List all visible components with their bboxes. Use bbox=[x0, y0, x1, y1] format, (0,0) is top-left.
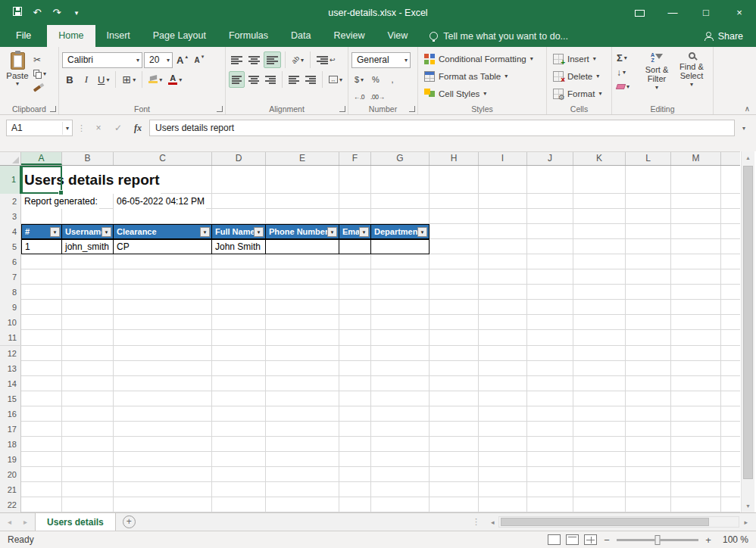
close-button[interactable]: × bbox=[723, 0, 756, 25]
row-header-10[interactable]: 10 bbox=[0, 315, 21, 330]
row-header-8[interactable]: 8 bbox=[0, 285, 21, 300]
row-header-14[interactable]: 14 bbox=[0, 376, 21, 391]
cell-F5[interactable] bbox=[339, 239, 371, 254]
expand-formula-bar-button[interactable]: ▾ bbox=[738, 125, 750, 132]
increase-font-button[interactable]: A▴ bbox=[174, 51, 190, 68]
format-as-table-button[interactable]: Format as Table▾ bbox=[421, 67, 543, 85]
minimize-button[interactable]: — bbox=[656, 0, 689, 25]
delete-cells-button[interactable]: ×Delete▾ bbox=[550, 67, 608, 85]
row-header-20[interactable]: 20 bbox=[0, 467, 21, 482]
accounting-format-button[interactable]: $▾ bbox=[351, 71, 367, 88]
column-header-F[interactable]: F bbox=[339, 152, 371, 165]
row-header-22[interactable]: 22 bbox=[0, 497, 21, 512]
share-button[interactable]: Share bbox=[691, 25, 756, 47]
font-color-button[interactable]: A▾ bbox=[166, 71, 184, 88]
row-header-11[interactable]: 11 bbox=[0, 330, 21, 345]
tab-data[interactable]: Data bbox=[280, 25, 322, 47]
page-layout-view-button[interactable] bbox=[566, 534, 579, 545]
align-top-button[interactable] bbox=[229, 51, 245, 68]
cell-A1[interactable]: Users details report bbox=[21, 166, 161, 194]
save-button[interactable] bbox=[8, 7, 27, 18]
column-header-K[interactable]: K bbox=[573, 152, 626, 165]
font-dialog-launcher[interactable] bbox=[217, 106, 223, 112]
percent-style-button[interactable]: % bbox=[368, 71, 383, 88]
column-header-A[interactable]: A bbox=[21, 152, 62, 165]
scroll-up-button[interactable]: ▲ bbox=[742, 151, 754, 164]
row-header-9[interactable]: 9 bbox=[0, 300, 21, 315]
sheet-tab-users-details[interactable]: Users details bbox=[35, 513, 116, 531]
ribbon-display-options-button[interactable] bbox=[623, 0, 656, 25]
filter-button-E[interactable]: ▼ bbox=[327, 227, 337, 237]
format-cells-button[interactable]: ⚙Format▾ bbox=[550, 85, 608, 102]
find-select-button[interactable]: Find & Select ▾ bbox=[674, 50, 709, 102]
table-header-A4[interactable]: #▼ bbox=[21, 224, 62, 239]
tab-file[interactable]: File bbox=[0, 25, 47, 47]
row-header-2[interactable]: 2 bbox=[0, 194, 21, 209]
zoom-level[interactable]: 100 % bbox=[718, 534, 748, 545]
vertical-scroll-thumb[interactable] bbox=[743, 166, 753, 479]
name-box[interactable]: A1▾ bbox=[6, 120, 73, 136]
column-header-L[interactable]: L bbox=[626, 152, 671, 165]
sort-filter-button[interactable]: AZ Sort & Filter ▾ bbox=[639, 50, 674, 102]
row-header-21[interactable]: 21 bbox=[0, 482, 21, 497]
row-header-7[interactable]: 7 bbox=[0, 269, 21, 285]
table-header-E4[interactable]: Phone Number▼ bbox=[266, 224, 339, 239]
cell-A5[interactable]: 1 bbox=[21, 239, 62, 254]
align-center-button[interactable] bbox=[246, 71, 261, 88]
column-header-H[interactable]: H bbox=[430, 152, 479, 165]
bold-button[interactable]: B bbox=[62, 71, 77, 88]
tab-review[interactable]: Review bbox=[322, 25, 376, 47]
column-header-M[interactable]: M bbox=[671, 152, 721, 165]
decrease-font-button[interactable]: A▾ bbox=[192, 51, 207, 68]
qat-customize-button[interactable]: ▾ bbox=[67, 9, 86, 17]
cell-D5[interactable]: John Smith bbox=[212, 239, 266, 254]
redo-button[interactable]: ↷ bbox=[47, 7, 67, 18]
align-right-button[interactable] bbox=[263, 71, 278, 88]
paste-caret-icon[interactable]: ▾ bbox=[16, 80, 19, 87]
scroll-right-button[interactable]: ▸ bbox=[742, 518, 750, 526]
row-header-6[interactable]: 6 bbox=[0, 254, 21, 269]
align-left-button[interactable] bbox=[229, 71, 245, 88]
column-header-C[interactable]: C bbox=[114, 152, 212, 165]
filter-button-D[interactable]: ▼ bbox=[254, 227, 264, 237]
filter-button-F[interactable]: ▼ bbox=[359, 227, 369, 237]
number-format-select[interactable]: General▾ bbox=[351, 52, 411, 68]
horizontal-scroll-track[interactable] bbox=[498, 516, 739, 528]
tab-insert[interactable]: Insert bbox=[95, 25, 142, 47]
decrease-indent-button[interactable] bbox=[286, 71, 301, 88]
increase-decimal-button[interactable]: ←.0 bbox=[351, 89, 367, 105]
column-header-I[interactable]: I bbox=[479, 152, 527, 165]
column-header-D[interactable]: D bbox=[212, 152, 266, 165]
row-header-5[interactable]: 5 bbox=[0, 239, 21, 254]
normal-view-button[interactable] bbox=[548, 534, 561, 545]
row-header-17[interactable]: 17 bbox=[0, 422, 21, 437]
align-middle-button[interactable] bbox=[246, 51, 262, 68]
row-header-13[interactable]: 13 bbox=[0, 361, 21, 376]
table-header-B4[interactable]: Username▼ bbox=[62, 224, 114, 239]
table-header-G4[interactable]: Department▼ bbox=[371, 224, 430, 239]
cell-C5[interactable]: CP bbox=[114, 239, 212, 254]
filter-button-G[interactable]: ▼ bbox=[417, 227, 427, 237]
cell-B5[interactable]: john_smith bbox=[62, 239, 114, 254]
tab-view[interactable]: View bbox=[376, 25, 419, 47]
column-header-E[interactable]: E bbox=[266, 152, 339, 165]
filter-button-B[interactable]: ▼ bbox=[102, 227, 111, 237]
clipboard-dialog-launcher[interactable] bbox=[50, 106, 56, 112]
enter-button[interactable]: ✓ bbox=[110, 123, 127, 133]
decrease-decimal-button[interactable]: .00→ bbox=[368, 89, 386, 105]
underline-button[interactable]: U▾ bbox=[95, 71, 111, 88]
zoom-slider-thumb[interactable] bbox=[655, 535, 661, 545]
insert-cells-button[interactable]: +Insert▾ bbox=[550, 50, 608, 67]
row-header-19[interactable]: 19 bbox=[0, 452, 21, 467]
table-header-D4[interactable]: Full Name▼ bbox=[212, 224, 266, 239]
table-header-C4[interactable]: Clearance▼ bbox=[114, 224, 212, 239]
row-header-16[interactable]: 16 bbox=[0, 406, 21, 422]
zoom-slider[interactable] bbox=[617, 539, 698, 541]
row-header-3[interactable]: 3 bbox=[0, 209, 21, 224]
row-header-4[interactable]: 4 bbox=[0, 224, 21, 239]
tell-me-box[interactable]: Tell me what you want to do... bbox=[430, 25, 568, 47]
row-header-18[interactable]: 18 bbox=[0, 437, 21, 452]
filter-button-C[interactable]: ▼ bbox=[200, 227, 210, 237]
cut-button[interactable]: ✂ bbox=[32, 53, 48, 66]
font-size-select[interactable]: 20▾ bbox=[144, 52, 173, 68]
